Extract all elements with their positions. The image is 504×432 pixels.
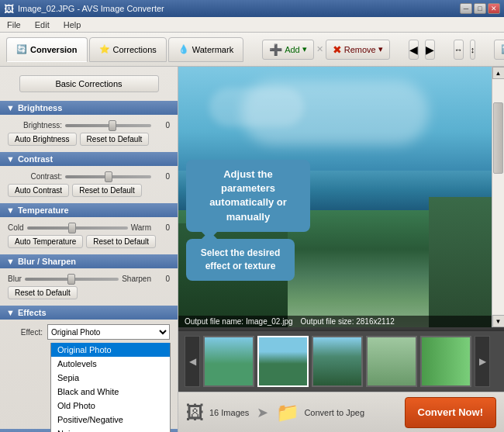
effects-content: Effect: Original Photo Original Photo Au… [0,320,178,347]
basic-corrections-button[interactable]: Basic Corrections [19,75,159,92]
sep-dot: ✕ [316,44,323,54]
remove-button[interactable]: ✖ Remove ▾ [326,40,390,60]
brightness-value: 0 [154,121,170,130]
scroll-down-button[interactable]: ▼ [492,315,505,327]
effect-option-old[interactable]: Old Photo [51,399,170,413]
temperature-collapse-icon: ▼ [6,206,15,215]
convert-icon: 📁 [276,402,299,423]
contrast-collapse-icon: ▼ [6,154,15,164]
brightness-content: Brightness: 0 Auto Brightness Reset to D… [0,115,178,152]
effects-dropdown-list: Original Photo Autolevels Sepia Black an… [50,343,171,432]
tab-corrections[interactable]: ⭐ Corrections [89,37,167,62]
brightness-header[interactable]: ▼ Brightness [0,101,178,115]
sharpen-label: Sharpen [122,275,151,283]
title-bar-left: 🖼 Image_02.JPG - AVS Image Converter [4,3,164,15]
effect-option-bw[interactable]: Black and White [51,385,170,399]
effects-header-label: Effects [18,308,47,317]
prev-button[interactable]: ◀ [409,40,419,60]
rotate-icon: 🔃 [501,44,504,54]
effect-option-sepia[interactable]: Sepia [51,371,170,385]
title-bar-controls: ─ □ ✕ [460,3,500,14]
auto-temperature-button[interactable]: Auto Temperature [8,235,83,248]
next-button[interactable]: ▶ [425,40,435,60]
effect-select[interactable]: Original Photo [47,324,170,340]
callout-adjust-params: Adjust the parameters automatically or m… [186,160,310,232]
menu-file[interactable]: File [4,19,24,30]
temperature-content: Cold Warm 0 Auto Temperature Reset to De… [0,217,178,254]
blur-sharpen-slider[interactable] [25,278,119,281]
right-area: Adjust the parameters automatically or m… [178,67,504,432]
arrow-icon: ➤ [257,404,268,421]
blur-value: 0 [154,275,170,283]
tab-conversion-label: Conversion [30,45,78,54]
blur-sharpen-row: Blur Sharpen 0 [8,275,170,283]
blur-sharpen-header-label: Blur / Sharpen [18,257,76,266]
reset-blur-button[interactable]: Reset to Default [8,286,78,299]
blur-label: Blur [8,275,22,283]
flip-h-button[interactable]: ↔ [454,40,464,60]
effect-option-negative[interactable]: Positive/Negative [51,413,170,427]
tab-group: 🔄 Conversion ⭐ Corrections 💧 Watermark [6,37,243,62]
warm-label: Warm [131,223,151,232]
watermark-icon: 💧 [178,44,189,54]
menu-bar: File Edit Help [0,17,504,33]
preview-scrollbar[interactable]: ▲ ▼ [492,67,504,327]
reset-contrast-button[interactable]: Reset to Default [72,184,142,197]
thumb-next-button[interactable]: ▶ [475,336,490,387]
effects-collapse-icon: ▼ [6,308,15,317]
rotate-button[interactable]: 🔃 Rotate All ▾ [494,40,504,60]
temperature-row: Cold Warm 0 [8,223,170,232]
corrections-icon: ⭐ [99,44,110,54]
temperature-slider[interactable] [27,226,128,230]
add-icon: ➕ [269,43,282,56]
output-filename: Output file name: Image_02.jpg [185,317,293,326]
auto-contrast-button[interactable]: Auto Contrast [8,184,69,197]
window-title: Image_02.JPG - AVS Image Converter [18,4,164,13]
blur-sharpen-header[interactable]: ▼ Blur / Sharpen [0,254,178,268]
brightness-collapse-icon: ▼ [6,103,15,112]
effect-option-original[interactable]: Original Photo [51,343,170,357]
left-panel: Basic Corrections ▼ Brightness Brightnes… [0,67,178,432]
contrast-btn-row: Auto Contrast Reset to Default [8,184,170,197]
contrast-slider[interactable] [65,175,151,178]
close-button[interactable]: ✕ [488,3,500,14]
thumb-3[interactable] [312,336,363,387]
contrast-header-label: Contrast [18,154,53,164]
thumb-prev-button[interactable]: ◀ [185,336,200,387]
effect-select-row: Effect: Original Photo [8,324,170,340]
temperature-header[interactable]: ▼ Temperature [0,203,178,217]
thumb-5[interactable] [420,336,471,387]
minimize-button[interactable]: ─ [460,3,472,14]
tab-watermark-label: Watermark [192,45,233,54]
thumb-1[interactable] [203,336,254,387]
contrast-header[interactable]: ▼ Contrast [0,152,178,166]
reset-temperature-button[interactable]: Reset to Default [86,235,156,248]
auto-brightness-button[interactable]: Auto Brightness [8,133,77,146]
effect-option-autolevels[interactable]: Autolevels [51,357,170,371]
thumb-2[interactable] [257,336,309,387]
contrast-row: Contrast: 0 [8,172,170,181]
menu-help[interactable]: Help [60,19,85,30]
reset-brightness-button[interactable]: Reset to Default [80,133,150,146]
flip-v-button[interactable]: ↕ [470,40,476,60]
maximize-button[interactable]: □ [474,3,486,14]
app-icon: 🖼 [4,3,14,15]
scroll-thumb[interactable] [493,102,503,173]
contrast-label: Contrast: [8,172,62,181]
thumbnail-strip: ◀ ▶ [178,330,504,392]
effects-header[interactable]: ▼ Effects [0,306,178,320]
remove-icon: ✖ [333,43,342,56]
images-label: 16 Images [209,408,249,417]
convert-now-button[interactable]: Convert Now! [405,397,497,428]
tab-conversion[interactable]: 🔄 Conversion [6,37,88,62]
add-button[interactable]: ➕ Add ▾ [262,40,314,60]
menu-edit[interactable]: Edit [32,19,53,30]
effect-option-noise[interactable]: Noise [51,427,170,432]
thumb-4[interactable] [366,336,417,387]
brightness-slider[interactable] [65,124,151,127]
cold-label: Cold [8,223,24,232]
conversion-icon: 🔄 [16,44,27,54]
brightness-btn-row: Auto Brightness Reset to Default [8,133,170,146]
tab-watermark[interactable]: 💧 Watermark [168,37,243,62]
scroll-up-button[interactable]: ▲ [492,67,505,79]
